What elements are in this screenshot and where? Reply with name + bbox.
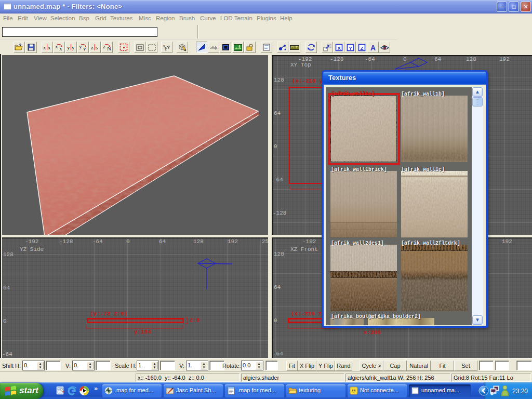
svg-text:A: A [370,44,376,51]
svg-text:s: s [96,44,98,50]
svg-text:y: y [72,44,75,50]
svg-text:x: x [48,44,51,50]
svg-text:X: X [337,45,341,50]
svg-text:2: 2 [383,43,387,51]
svg-text:z: z [91,44,94,50]
svg-text:Z: Z [360,45,363,50]
svg-text:Y: Y [349,45,352,50]
svg-text:x: x [43,44,46,50]
svg-text:y: y [67,44,70,50]
